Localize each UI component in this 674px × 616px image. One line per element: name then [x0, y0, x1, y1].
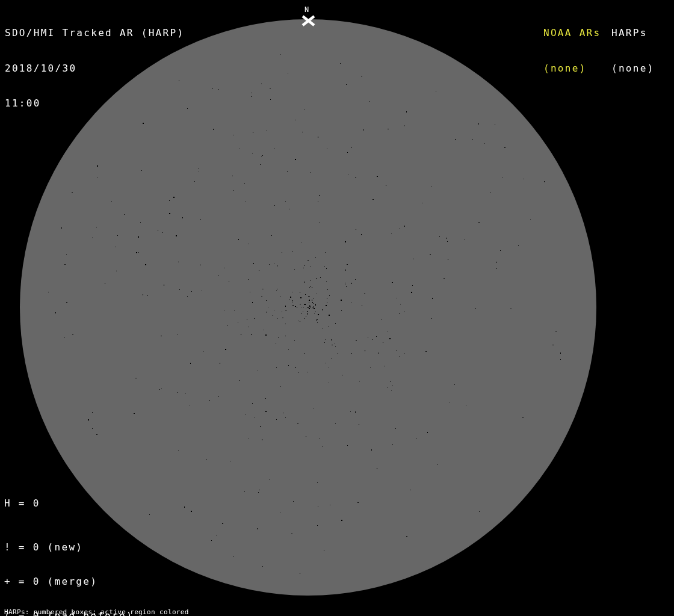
legend-item: ! = 0 (new): [4, 541, 141, 553]
legend-item: + = 0 (merge): [4, 576, 141, 587]
footer-notes: HARPs: numbered boxes; active region col…: [4, 594, 247, 616]
header-block: SDO/HMI Tracked AR (HARP) 2018/10/30 11:…: [5, 4, 184, 133]
noaa-ars-value: (none): [543, 63, 601, 75]
north-pole-marker-icon: [301, 15, 315, 26]
harps-label: HARPs: [611, 27, 655, 39]
harps-value: (none): [611, 63, 655, 75]
observation-time: 11:00: [5, 97, 184, 109]
observation-date: 2018/10/30: [5, 63, 184, 75]
harps-column: HARPs (none): [611, 4, 655, 97]
north-label: N: [305, 5, 309, 14]
magnetogram-view: SDO/HMI Tracked AR (HARP) 2018/10/30 11:…: [0, 0, 674, 616]
footer-note-harps: HARPs: numbered boxes; active region col…: [4, 609, 247, 616]
page-title: SDO/HMI Tracked AR (HARP): [5, 27, 184, 39]
noaa-ars-column: NOAA ARs (none): [543, 4, 601, 97]
noaa-ars-label: NOAA ARs: [543, 27, 601, 39]
harp-count: H = 0: [4, 497, 40, 510]
